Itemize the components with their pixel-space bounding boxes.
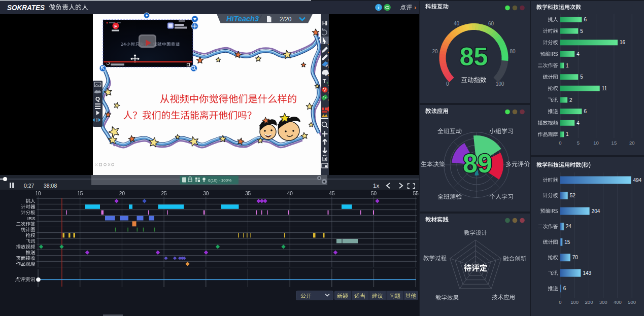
- svg-text:SOKRATES: SOKRATES: [7, 4, 45, 12]
- svg-text:2/20: 2/20: [280, 16, 292, 23]
- svg-text:6(10) - 100%: 6(10) - 100%: [208, 178, 231, 183]
- svg-text:30: 30: [203, 191, 209, 196]
- svg-text:0: 0: [559, 140, 561, 146]
- svg-text:16: 16: [620, 40, 626, 45]
- svg-text:55: 55: [413, 191, 419, 196]
- svg-text:35: 35: [245, 191, 251, 196]
- svg-text:6: 6: [584, 109, 587, 114]
- svg-text:15: 15: [77, 191, 83, 196]
- svg-text:100: 100: [570, 299, 579, 305]
- svg-text:5: 5: [577, 140, 580, 146]
- svg-text:20: 20: [119, 191, 125, 196]
- svg-text:200: 200: [585, 299, 593, 305]
- svg-text:80: 80: [510, 49, 516, 54]
- svg-text:T: T: [323, 78, 326, 84]
- svg-text:1: 1: [566, 63, 569, 68]
- svg-text:50: 50: [371, 191, 377, 196]
- svg-text:6: 6: [563, 286, 566, 291]
- svg-text:45: 45: [329, 191, 335, 196]
- svg-text:IRS: IRS: [27, 216, 36, 221]
- svg-text:11: 11: [602, 86, 607, 91]
- svg-text:3: 3: [255, 15, 259, 23]
- svg-text:6: 6: [584, 17, 587, 22]
- svg-text:10: 10: [35, 191, 41, 196]
- svg-text:+: +: [326, 81, 329, 85]
- svg-text:24: 24: [566, 224, 572, 229]
- svg-text:70: 70: [572, 255, 579, 260]
- svg-text:2: 2: [569, 97, 572, 103]
- svg-text:1x: 1x: [373, 183, 379, 189]
- svg-text:20: 20: [629, 140, 635, 146]
- svg-text:1: 1: [566, 131, 569, 137]
- svg-text:500: 500: [628, 299, 636, 305]
- svg-text:25: 25: [161, 191, 167, 196]
- svg-text:143: 143: [583, 270, 591, 276]
- svg-text:89: 89: [463, 149, 492, 178]
- svg-text:0: 0: [559, 299, 561, 305]
- svg-text:5: 5: [580, 28, 583, 34]
- svg-text:100: 100: [496, 81, 504, 87]
- svg-text:4: 4: [577, 51, 580, 57]
- svg-text:4: 4: [577, 120, 580, 126]
- svg-text:15: 15: [564, 239, 570, 245]
- svg-text:60: 60: [488, 21, 494, 26]
- svg-text:40: 40: [454, 21, 460, 26]
- svg-text:52: 52: [570, 193, 576, 198]
- svg-text:Q: Q: [95, 96, 100, 102]
- svg-text:400: 400: [614, 299, 622, 305]
- svg-text:5: 5: [580, 74, 583, 80]
- svg-text:85: 85: [460, 43, 488, 71]
- svg-text:20: 20: [432, 49, 438, 54]
- svg-text:300: 300: [599, 299, 607, 305]
- svg-text:494: 494: [633, 178, 642, 183]
- svg-text:0: 0: [446, 81, 449, 87]
- svg-text:204: 204: [592, 208, 600, 214]
- svg-text:F: F: [114, 24, 117, 29]
- svg-text:40: 40: [287, 191, 293, 196]
- svg-text:i: i: [378, 5, 380, 10]
- svg-text:›: ›: [414, 4, 416, 11]
- svg-text:10: 10: [593, 140, 599, 146]
- svg-text:HiTeach: HiTeach: [226, 15, 255, 23]
- svg-text:0:27: 0:27: [24, 183, 35, 189]
- svg-text:15: 15: [612, 140, 617, 146]
- svg-text:Hi: Hi: [322, 21, 327, 26]
- svg-text:38:08: 38:08: [44, 183, 57, 189]
